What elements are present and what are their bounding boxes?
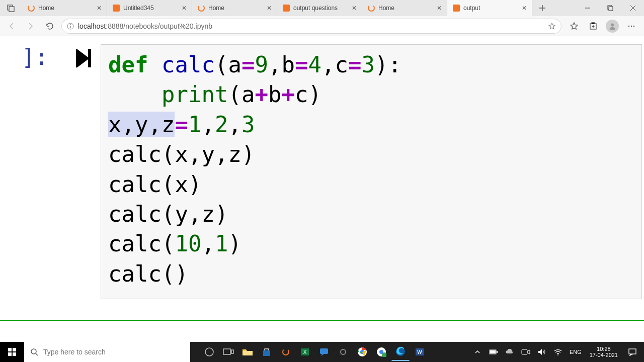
search-icon [30, 348, 38, 356]
tab-title: output [463, 5, 518, 12]
tab-output[interactable]: output ✕ [447, 0, 532, 16]
chrome-profile-icon[interactable] [372, 343, 390, 361]
jupyter-spinner-icon [27, 4, 35, 12]
task-icons: X W [200, 342, 429, 362]
minimize-button[interactable] [576, 0, 599, 16]
svg-rect-22 [320, 348, 328, 354]
edge-icon[interactable] [391, 343, 410, 361]
close-window-button[interactable] [621, 0, 644, 16]
search-placeholder: Type here to search [43, 348, 106, 356]
tray-chevron-icon[interactable] [471, 343, 484, 361]
close-icon[interactable]: ✕ [436, 5, 443, 12]
tab-title: Home [378, 5, 433, 12]
svg-point-23 [339, 347, 348, 356]
system-tray: ENG 10:28 17-04-2021 [471, 342, 644, 362]
tab-home-3[interactable]: Home ✕ [362, 0, 447, 16]
jupyter-book-icon [282, 4, 290, 12]
window-controls [576, 0, 644, 16]
close-icon[interactable]: ✕ [351, 5, 358, 12]
svg-rect-35 [490, 350, 496, 353]
toolbar-right [566, 19, 640, 34]
battery-icon[interactable] [487, 343, 500, 361]
wifi-icon[interactable] [551, 343, 565, 361]
svg-rect-19 [243, 351, 253, 355]
tab-title: Home [38, 5, 93, 12]
svg-rect-3 [609, 7, 613, 11]
tab-output-questions[interactable]: output questions ✕ [277, 0, 362, 16]
tray-language[interactable]: ENG [568, 349, 584, 355]
close-icon[interactable]: ✕ [521, 5, 528, 12]
profile-button[interactable] [604, 19, 621, 34]
volume-icon[interactable] [535, 343, 548, 361]
windows-taskbar: Type here to search X W ENG 10:28 17-04-… [0, 342, 644, 362]
close-icon[interactable]: ✕ [266, 5, 273, 12]
refresh-button[interactable] [42, 19, 57, 34]
svg-text:X: X [303, 349, 307, 355]
url-text: localhost:8888/notebooks/output%20.ipynb [78, 22, 212, 30]
cell-prompt: ]: [0, 44, 50, 70]
tab-untitled345[interactable]: Untitled345 ✕ [107, 0, 192, 16]
maximize-button[interactable] [599, 0, 621, 16]
feedback-icon[interactable] [315, 343, 333, 361]
tab-actions-icon[interactable] [0, 0, 22, 16]
divider-line [0, 320, 644, 321]
word-icon[interactable]: W [411, 343, 429, 361]
excel-icon[interactable]: X [296, 343, 314, 361]
svg-rect-11 [8, 348, 12, 351]
jupyter-book-icon [452, 4, 460, 12]
run-cell-icon[interactable] [50, 44, 101, 299]
info-icon [67, 23, 74, 30]
browser-tabs: Home ✕ Untitled345 ✕ Home ✕ output quest… [22, 0, 576, 16]
tab-home-2[interactable]: Home ✕ [192, 0, 277, 16]
jupyter-spinner-icon [367, 4, 375, 12]
meet-now-icon[interactable] [519, 343, 532, 361]
onedrive-icon[interactable] [503, 343, 516, 361]
tab-title: Untitled345 [123, 5, 178, 12]
close-icon[interactable]: ✕ [96, 5, 103, 12]
jupyter-icon[interactable] [277, 343, 295, 361]
taskview-icon[interactable] [219, 343, 237, 361]
svg-rect-18 [231, 350, 233, 353]
svg-point-7 [611, 23, 614, 26]
favorites-button[interactable] [566, 19, 583, 34]
svg-point-9 [631, 25, 632, 26]
svg-point-8 [628, 25, 629, 26]
tray-time: 10:28 [590, 346, 618, 352]
code-input[interactable]: def calc(a=9,b=4,c=3): print(a+b+c) x,y,… [101, 44, 642, 299]
address-bar[interactable]: localhost:8888/notebooks/output%20.ipynb [61, 19, 561, 34]
store-icon[interactable] [258, 343, 276, 361]
svg-point-16 [205, 348, 213, 356]
code-cell[interactable]: ]: def calc(a=9,b=4,c=3): print(a+b+c) x… [0, 36, 644, 299]
back-button[interactable] [4, 19, 19, 34]
svg-point-15 [31, 349, 36, 354]
cortana-icon[interactable] [200, 343, 218, 361]
menu-button[interactable] [623, 19, 640, 34]
svg-rect-17 [223, 349, 230, 354]
svg-text:W: W [417, 349, 422, 355]
start-button[interactable] [0, 342, 24, 362]
svg-rect-36 [522, 349, 527, 354]
collections-button[interactable] [585, 19, 602, 34]
forward-button[interactable] [23, 19, 38, 34]
jupyter-book-icon [112, 4, 120, 12]
close-icon[interactable]: ✕ [181, 5, 188, 12]
action-center-icon[interactable] [624, 348, 641, 356]
obs-icon[interactable] [334, 343, 352, 361]
browser-toolbar: localhost:8888/notebooks/output%20.ipynb [0, 16, 644, 36]
svg-rect-1 [9, 7, 14, 12]
taskbar-search[interactable]: Type here to search [24, 342, 190, 362]
star-plus-icon[interactable] [548, 22, 556, 30]
browser-titlebar: Home ✕ Untitled345 ✕ Home ✕ output quest… [0, 0, 644, 16]
tab-title: Home [208, 5, 263, 12]
svg-rect-38 [629, 349, 636, 354]
tray-clock[interactable]: 10:28 17-04-2021 [587, 346, 621, 358]
svg-rect-13 [8, 352, 12, 356]
code-text: def calc(a=9,b=4,c=3): print(a+b+c) x,y,… [108, 50, 634, 289]
file-explorer-icon[interactable] [238, 343, 257, 361]
jupyter-spinner-icon [197, 4, 205, 12]
new-tab-button[interactable] [532, 0, 552, 16]
svg-rect-14 [13, 352, 16, 356]
notebook-area: ]: def calc(a=9,b=4,c=3): print(a+b+c) x… [0, 36, 644, 342]
tab-home-1[interactable]: Home ✕ [22, 0, 107, 16]
chrome-icon[interactable] [353, 343, 371, 361]
